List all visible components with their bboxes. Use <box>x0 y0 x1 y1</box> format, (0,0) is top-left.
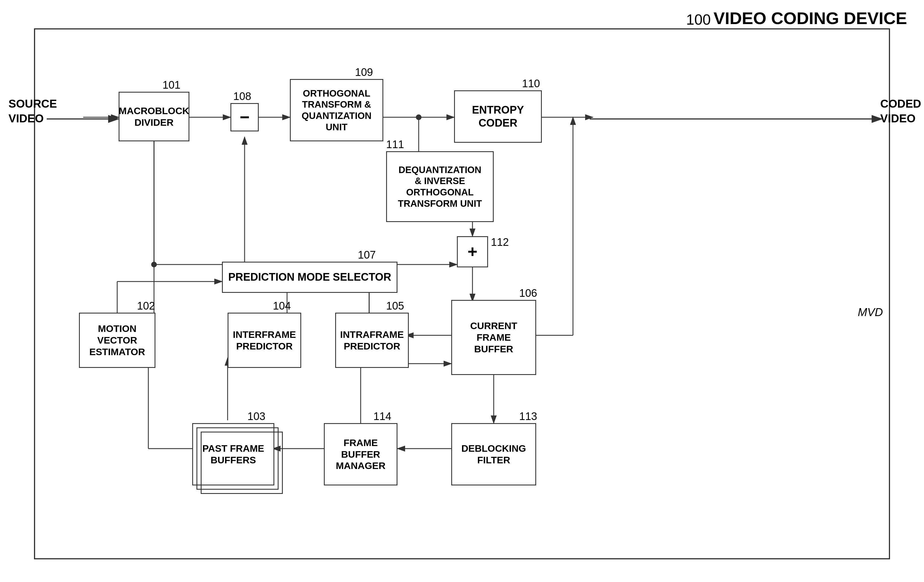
label-105: 105 <box>386 300 404 312</box>
source-video-label: SOURCEVIDEO <box>8 96 43 126</box>
motion-vector-estimator-block: MOTIONVECTORESTIMATOR <box>79 312 155 368</box>
prediction-mode-selector-block: PREDICTION MODE SELECTOR <box>222 262 398 293</box>
subtractor-block: − <box>231 103 259 131</box>
subtractor-label: − <box>239 107 249 127</box>
main-boundary: MACROBLOCKDIVIDER 101 − 108 ORTHOGONALTR… <box>34 28 890 559</box>
intraframe-predictor-label: INTRAFRAMEPREDICTOR <box>340 329 404 352</box>
motion-vector-estimator-label: MOTIONVECTORESTIMATOR <box>89 323 145 357</box>
deblocking-filter-label: DEBLOCKINGFILTER <box>462 443 526 466</box>
title-area: 100 VIDEO CODING DEVICE <box>686 8 907 28</box>
svg-point-7 <box>416 114 422 120</box>
entropy-coder-block: ENTROPYCODER <box>454 90 542 143</box>
current-frame-buffer-block: CURRENTFRAMEBUFFER <box>451 300 536 375</box>
label-112: 112 <box>491 236 509 248</box>
mvd-label: MVD <box>858 306 883 319</box>
adder-block: + <box>457 236 488 267</box>
page: 100 VIDEO CODING DEVICE <box>0 0 924 582</box>
label-110: 110 <box>522 78 540 90</box>
label-114: 114 <box>373 410 391 423</box>
frame-buffer-manager-block: FRAMEBUFFERMANAGER <box>324 423 398 485</box>
label-104: 104 <box>273 300 291 312</box>
device-title: VIDEO CODING DEVICE <box>714 8 907 28</box>
label-107: 107 <box>358 249 376 261</box>
label-106: 106 <box>519 287 537 299</box>
macroblock-divider-block: MACROBLOCKDIVIDER <box>119 92 190 141</box>
entropy-coder-label: ENTROPYCODER <box>472 104 524 129</box>
orthogonal-transform-block: ORTHOGONALTRANSFORM &QUANTIZATIONUNIT <box>290 79 383 141</box>
orthogonal-transform-label: ORTHOGONALTRANSFORM &QUANTIZATIONUNIT <box>302 88 372 132</box>
label-111: 111 <box>386 139 404 150</box>
interframe-predictor-label: INTERFRAMEPREDICTOR <box>233 329 296 352</box>
current-frame-buffer-label: CURRENTFRAMEBUFFER <box>470 320 517 355</box>
coded-video-label: CODEDVIDEO <box>880 96 921 126</box>
macroblock-divider-label: MACROBLOCKDIVIDER <box>119 105 189 128</box>
label-103: 103 <box>248 410 265 423</box>
dequantization-block: DEQUANTIZATION& INVERSEORTHOGONALTRANSFO… <box>386 151 494 222</box>
interframe-predictor-block: INTERFRAMEPREDICTOR <box>228 312 301 368</box>
label-101: 101 <box>162 79 180 91</box>
device-number: 100 <box>686 11 711 28</box>
intraframe-predictor-block: INTRAFRAMEPREDICTOR <box>335 312 409 368</box>
label-113: 113 <box>519 410 537 423</box>
adder-label: + <box>467 241 477 262</box>
label-108: 108 <box>233 90 251 103</box>
label-102: 102 <box>137 300 155 312</box>
frame-buffer-manager-label: FRAMEBUFFERMANAGER <box>336 437 386 471</box>
prediction-mode-selector-label: PREDICTION MODE SELECTOR <box>228 271 391 284</box>
svg-point-11 <box>151 262 157 267</box>
label-109: 109 <box>355 66 373 78</box>
dequantization-label: DEQUANTIZATION& INVERSEORTHOGONALTRANSFO… <box>398 164 482 209</box>
deblocking-filter-block: DEBLOCKINGFILTER <box>451 423 536 485</box>
